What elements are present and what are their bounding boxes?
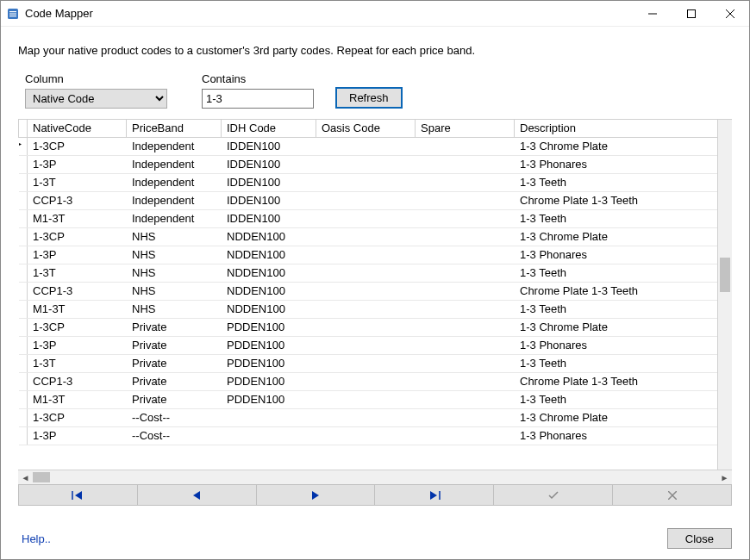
column-label: Column — [25, 72, 167, 85]
col-header-nativecode[interactable]: NativeCode — [28, 120, 127, 137]
svg-rect-5 — [687, 9, 695, 17]
maximize-button[interactable] — [672, 1, 710, 27]
help-link[interactable]: Help.. — [22, 532, 51, 545]
table-row[interactable]: CCP1-3PrivatePDDEN100Chrome Plate 1-3 Te… — [19, 372, 732, 390]
horizontal-scrollbar[interactable]: ◄ ► — [18, 470, 732, 484]
col-header-idhcode[interactable]: IDH Code — [222, 120, 316, 137]
table-row[interactable]: CCP1-3IndependentIDDEN100Chrome Plate 1-… — [19, 191, 732, 209]
table-row[interactable]: 1-3TNHSNDDEN1001-3 Teeth — [19, 264, 732, 282]
table-row[interactable]: M1-3TIndependentIDDEN1001-3 Teeth — [19, 209, 732, 227]
svg-marker-9 — [75, 491, 82, 500]
table-row[interactable]: 1-3CPPrivatePDDEN1001-3 Chrome Plate — [19, 318, 732, 336]
close-window-button[interactable] — [710, 1, 749, 27]
vertical-scrollbar[interactable] — [717, 120, 732, 470]
column-select[interactable]: Native Code — [25, 89, 167, 109]
contains-input[interactable] — [202, 89, 314, 109]
svg-marker-10 — [193, 491, 200, 500]
window-title: Code Mapper — [25, 7, 93, 20]
data-grid[interactable]: NativeCode PriceBand IDH Code Oasis Code… — [18, 119, 732, 506]
svg-marker-12 — [430, 491, 437, 500]
refresh-button[interactable]: Refresh — [335, 87, 403, 109]
col-header-oasiscode[interactable]: Oasis Code — [316, 120, 416, 137]
table-row[interactable]: M1-3TPrivatePDDEN1001-3 Teeth — [19, 390, 732, 408]
svg-marker-11 — [312, 491, 319, 500]
svg-rect-2 — [9, 13, 16, 14]
table-row[interactable]: 1-3PIndependentIDDEN1001-3 Phonares — [19, 155, 732, 173]
table-row[interactable]: 1-3TPrivatePDDEN1001-3 Teeth — [19, 354, 732, 372]
col-header-description[interactable]: Description — [515, 120, 732, 137]
table-row[interactable]: CCP1-3NHSNDDEN100Chrome Plate 1-3 Teeth — [19, 282, 732, 300]
table-row[interactable]: 1-3CPIndependentIDDEN1001-3 Chrome Plate — [19, 137, 732, 155]
scroll-left-icon[interactable]: ◄ — [18, 470, 33, 485]
table-row[interactable]: 1-3TIndependentIDDEN1001-3 Teeth — [19, 173, 732, 191]
titlebar: Code Mapper — [1, 1, 749, 27]
nav-confirm-button[interactable] — [494, 485, 613, 505]
table-row[interactable]: 1-3PPrivatePDDEN1001-3 Phonares — [19, 336, 732, 354]
table-row[interactable]: 1-3CPNHSNDDEN1001-3 Chrome Plate — [19, 227, 732, 246]
app-icon — [6, 7, 20, 21]
col-header-spare[interactable]: Spare — [416, 120, 515, 137]
contains-label: Contains — [202, 72, 314, 85]
table-row[interactable]: 1-3CP--Cost--1-3 Chrome Plate — [19, 408, 732, 426]
table-row[interactable]: 1-3P--Cost--1-3 Phonares — [19, 426, 732, 445]
nav-first-button[interactable] — [19, 485, 138, 505]
nav-last-button[interactable] — [375, 485, 494, 505]
col-header-priceband[interactable]: PriceBand — [127, 120, 222, 137]
minimize-button[interactable] — [633, 1, 672, 27]
svg-rect-1 — [9, 11, 16, 12]
table-row[interactable]: 1-3PNHSNDDEN1001-3 Phonares — [19, 246, 732, 264]
nav-cancel-button[interactable] — [613, 485, 731, 505]
table-row[interactable]: M1-3TNHSNDDEN1001-3 Teeth — [19, 300, 732, 318]
nav-next-button[interactable] — [257, 485, 376, 505]
close-button[interactable]: Close — [667, 528, 732, 549]
scroll-right-icon[interactable]: ► — [717, 470, 732, 485]
record-navigator — [18, 484, 732, 506]
intro-text: Map your native product codes to a custo… — [18, 44, 732, 57]
svg-rect-3 — [9, 16, 16, 16]
nav-prev-button[interactable] — [138, 485, 257, 505]
